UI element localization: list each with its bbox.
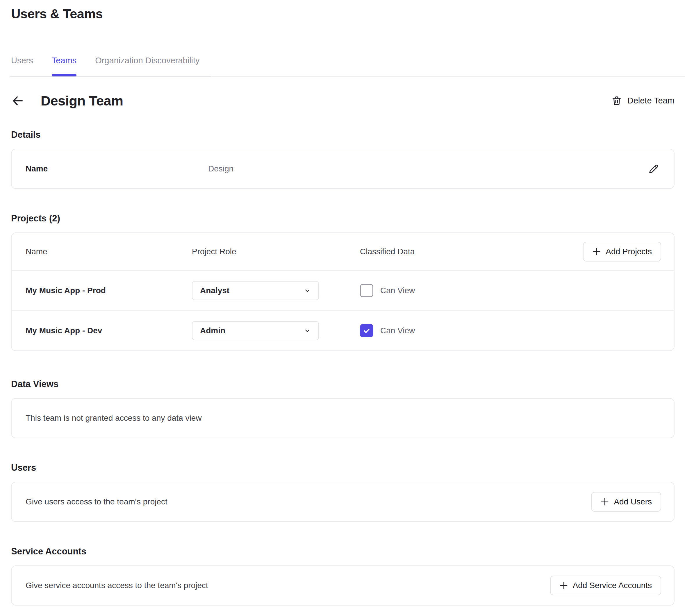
pencil-icon [648,163,659,175]
add-service-accounts-button[interactable]: Add Service Accounts [550,576,661,595]
service-accounts-description: Give service accounts access to the team… [26,581,208,590]
name-label: Name [26,164,208,174]
delete-team-label: Delete Team [627,96,675,106]
users-description: Give users access to the team's project [26,497,168,506]
plus-icon [592,247,601,256]
data-views-empty-row: This team is not granted access to any d… [12,399,674,438]
project-row-dev: My Music App - Dev Admin Can View [12,311,674,350]
users-teams-page: Users & Teams Users Teams Organization D… [0,0,685,606]
tab-organization-discoverability-label: Organization Discoverability [95,56,199,65]
add-projects-button[interactable]: Add Projects [583,242,661,262]
back-button[interactable] [11,94,24,108]
delete-team-button[interactable]: Delete Team [611,95,675,106]
projects-table-header: Name Project Role Classified Data Add Pr… [12,233,674,270]
arrow-left-icon [11,94,24,108]
project-name: My Music App - Dev [26,326,192,335]
tab-teams-label: Teams [52,56,77,65]
name-value: Design [208,164,234,174]
add-users-button[interactable]: Add Users [591,492,661,512]
tab-users[interactable]: Users [11,56,33,76]
data-views-heading: Data Views [11,379,675,389]
chevron-down-icon [303,286,312,295]
can-view-checkbox-prod[interactable] [360,284,373,297]
edit-name-button[interactable] [646,161,661,176]
column-header-project-role: Project Role [192,247,360,256]
add-projects-label: Add Projects [606,247,652,256]
tab-organization-discoverability[interactable]: Organization Discoverability [95,56,199,76]
details-heading: Details [11,130,675,140]
chevron-down-icon [303,327,312,335]
details-name-row: Name Design [12,149,674,188]
project-name: My Music App - Prod [26,286,192,295]
project-role-value: Analyst [200,286,229,295]
projects-card: Name Project Role Classified Data Add Pr… [11,233,675,351]
column-header-classified-data: Classified Data [360,247,583,256]
can-view-label: Can View [380,326,415,335]
project-role-select-prod[interactable]: Analyst [192,281,319,300]
add-users-label: Add Users [614,497,652,506]
team-title: Design Team [41,93,123,109]
projects-heading: Projects (2) [11,213,675,224]
tab-users-label: Users [11,56,33,65]
active-tab-indicator [52,74,77,76]
data-views-empty-text: This team is not granted access to any d… [26,414,201,423]
tabs-divider [9,76,685,77]
data-views-card: This team is not granted access to any d… [11,398,675,438]
trash-icon [611,95,622,106]
plus-icon [600,498,609,506]
service-accounts-empty-row: Give service accounts access to the team… [12,566,674,605]
classified-data-cell: Can View [360,284,661,297]
add-service-accounts-label: Add Service Accounts [573,581,652,590]
page-title: Users & Teams [11,6,675,22]
can-view-label: Can View [380,286,415,295]
tab-teams[interactable]: Teams [52,56,77,76]
team-header: Design Team Delete Team [11,93,675,109]
plus-icon [559,581,568,590]
can-view-checkbox-dev[interactable] [360,324,373,337]
users-empty-row: Give users access to the team's project … [12,482,674,521]
project-row-prod: My Music App - Prod Analyst Can View [12,271,674,310]
project-role-value: Admin [200,326,225,335]
service-accounts-card: Give service accounts access to the team… [11,566,675,606]
check-icon [362,326,371,335]
project-role-select-dev[interactable]: Admin [192,321,319,340]
service-accounts-heading: Service Accounts [11,546,675,557]
column-header-name: Name [26,247,192,256]
tabs-divider-accent [9,76,211,77]
details-card: Name Design [11,149,675,189]
tab-bar: Users Teams Organization Discoverability [11,56,675,76]
classified-data-cell: Can View [360,324,661,337]
users-card: Give users access to the team's project … [11,482,675,522]
users-heading: Users [11,463,675,473]
